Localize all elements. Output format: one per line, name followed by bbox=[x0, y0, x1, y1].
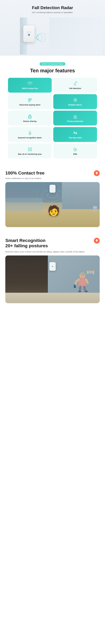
hand-icon-2 bbox=[95, 239, 98, 242]
person-fall-icon bbox=[73, 81, 78, 86]
smart-badge-icon bbox=[94, 238, 100, 244]
device-sensor bbox=[28, 34, 30, 36]
person-sitting bbox=[73, 271, 89, 292]
svg-point-22 bbox=[83, 275, 84, 276]
smart-recognition-scene bbox=[5, 256, 100, 303]
dot-right bbox=[30, 32, 31, 32]
device-sensor-smart bbox=[52, 266, 53, 267]
face-scan-icon bbox=[27, 98, 33, 103]
svg-point-0 bbox=[29, 82, 31, 83]
smart-recognition-title: Smart Recognition 20+ falling postures bbox=[5, 238, 48, 248]
contact-section-header: 100% Contact free bbox=[5, 170, 100, 176]
device-body-smart bbox=[49, 262, 56, 271]
water-drops-icon bbox=[73, 147, 78, 152]
svg-point-7 bbox=[30, 100, 30, 100]
contact-free-description: Active notifications in case of an incid… bbox=[5, 177, 100, 180]
feature-label-monitoring-area: Max 16 m² monitoring area bbox=[18, 153, 42, 155]
feature-card-ip66[interactable]: IP66 bbox=[53, 144, 97, 158]
lock-icon bbox=[73, 114, 78, 119]
contact-free-title: 100% Contact free bbox=[5, 170, 45, 176]
tile-line-1 bbox=[5, 265, 48, 265]
floor-smart bbox=[5, 293, 100, 303]
share-icon bbox=[27, 114, 33, 119]
person-svg bbox=[73, 271, 89, 292]
radar-device-scene bbox=[50, 185, 56, 193]
radar-waves bbox=[35, 30, 51, 46]
feature-label-fall-detection: Fall detection bbox=[69, 87, 81, 90]
item-2 bbox=[93, 209, 96, 211]
contact-badge-icon bbox=[94, 170, 100, 176]
feature-card-fall-detection[interactable]: Fall detection bbox=[53, 78, 97, 92]
room-items bbox=[93, 206, 97, 211]
arrows-lr-icon bbox=[73, 130, 78, 136]
svg-point-15 bbox=[30, 149, 30, 150]
svg-point-16 bbox=[47, 193, 58, 198]
alarm-icon bbox=[73, 98, 78, 103]
feature-label-ip66: IP66 bbox=[73, 153, 77, 155]
mic-icon bbox=[27, 130, 33, 136]
hero-title: Fall Detection Radar bbox=[3, 5, 102, 10]
contact-free-section: 100% Contact free Active notifications i… bbox=[0, 164, 105, 231]
feature-card-keyword-recognition[interactable]: keyword recognition alarm bbox=[8, 127, 52, 142]
features-badge: 60GHz Fall Detection Radar bbox=[40, 62, 65, 66]
smart-recognition-section: Smart Recognition 20+ falling postures R… bbox=[0, 231, 105, 307]
feature-card-device-sharing[interactable]: Device sharing bbox=[8, 111, 52, 126]
feature-card-privacy-protection[interactable]: Privacy protection bbox=[53, 111, 97, 126]
feature-label-multiple-alarms: Multiple alarms bbox=[68, 104, 82, 106]
feature-card-multiple-alarms[interactable]: Multiple alarms bbox=[53, 94, 97, 109]
feature-label-abnormal-alarm: Abnormal staying alarm bbox=[19, 104, 41, 106]
features-title: Ten major features bbox=[8, 68, 97, 74]
shelf bbox=[85, 270, 96, 270]
obj-2 bbox=[89, 271, 92, 273]
smart-section-header: Smart Recognition 20+ falling postures bbox=[5, 238, 100, 250]
hero-subtitle: 24/7 monitoring without cameras or weara… bbox=[3, 11, 102, 14]
tile-line-3 bbox=[5, 284, 48, 284]
tile-line-v2 bbox=[33, 256, 34, 294]
feature-card-monitoring-area[interactable]: Max 16 m² monitoring area bbox=[8, 144, 52, 158]
hero-section: Fall Detection Radar 24/7 monitoring wit… bbox=[0, 0, 105, 56]
contact-free-scene: 🧑 bbox=[5, 182, 100, 227]
feature-card-two-way-audio[interactable]: Two-way audio bbox=[53, 127, 97, 142]
hero-device-container bbox=[3, 18, 102, 54]
feature-label-contact-free: 100% Contact free bbox=[22, 87, 38, 90]
hand-icon bbox=[95, 172, 98, 175]
device-body bbox=[23, 26, 35, 42]
svg-point-6 bbox=[29, 100, 30, 100]
features-grid: 100% Contact free Fall detection bbox=[8, 78, 97, 158]
person-fallen: 🧑 bbox=[47, 205, 60, 216]
svg-rect-12 bbox=[29, 131, 31, 134]
smart-recognition-description: Real-time alarm push if detect and ident… bbox=[5, 250, 100, 253]
person-wave-icon bbox=[27, 81, 33, 86]
obj-3 bbox=[92, 271, 94, 274]
features-section: 60GHz Fall Detection Radar Ten major fea… bbox=[0, 56, 105, 164]
tile-line-2 bbox=[5, 274, 48, 275]
area-icon bbox=[27, 147, 33, 152]
svg-rect-35 bbox=[74, 285, 75, 287]
radar-device bbox=[23, 26, 35, 42]
stone-wall bbox=[5, 256, 48, 294]
item-1 bbox=[93, 206, 97, 209]
svg-point-21 bbox=[81, 275, 82, 276]
feature-label-privacy-protection: Privacy protection bbox=[67, 120, 83, 122]
feature-label-device-sharing: Device sharing bbox=[23, 120, 37, 122]
device-body-scene bbox=[50, 185, 56, 193]
svg-point-1 bbox=[76, 82, 77, 82]
feature-label-keyword-recognition: keyword recognition alarm bbox=[18, 136, 42, 139]
feature-card-contact-free[interactable]: 100% Contact free bbox=[8, 78, 52, 92]
radar-device-smart bbox=[49, 262, 56, 271]
room-bg bbox=[49, 18, 102, 54]
feature-card-abnormal-alarm[interactable]: Abnormal staying alarm bbox=[8, 94, 52, 109]
dot-left bbox=[27, 32, 28, 32]
device-dots bbox=[27, 32, 31, 32]
feature-label-two-way-audio: Two-way audio bbox=[69, 136, 82, 139]
